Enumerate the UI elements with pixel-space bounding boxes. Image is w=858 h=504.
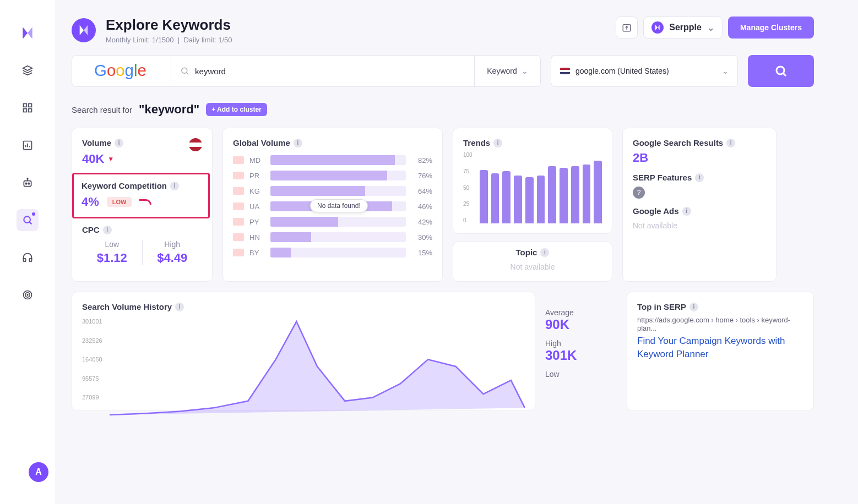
right-metrics-card: Google Search Resultsi 2B SERP Featuresi… [622, 128, 776, 282]
info-icon: i [726, 139, 735, 147]
info-icon: i [175, 303, 184, 311]
account-label: Serpple [669, 23, 702, 32]
chevron-down-icon: ⌄ [722, 67, 729, 75]
info-icon: i [493, 139, 502, 147]
result-keyword: "keyword" [139, 102, 199, 117]
global-volume-card: Global Volumei MD82%PR76%KG64%UA46%No da… [222, 128, 443, 282]
global-volume-row: KG64% [233, 186, 432, 196]
svg-line-25 [783, 73, 786, 76]
svg-rect-3 [24, 109, 27, 112]
keyword-competition-highlight: Keyword Competitioni 4% LOW [72, 173, 210, 218]
google-ads-value: Not available [633, 221, 766, 230]
trends-chart: 1007550250 [463, 152, 602, 223]
svg-rect-9 [24, 181, 31, 187]
svg-point-14 [24, 216, 30, 223]
history-stats: Average 90K High 301K Low [545, 292, 617, 411]
limits: Monthly Limit: 1/1500 | Daily limit: 1/5… [106, 36, 232, 44]
trend-bar [537, 176, 545, 223]
svg-point-22 [182, 68, 187, 73]
cpc-low-label: Low [82, 240, 142, 249]
chart-icon[interactable] [17, 134, 39, 156]
search-nav-icon[interactable] [17, 209, 39, 231]
global-volume-row: HN30% [233, 232, 432, 242]
trend-bar [514, 176, 522, 223]
serp-features-badge: ? [633, 187, 645, 199]
info-icon: i [115, 139, 123, 147]
chevron-down-icon: ⌄ [707, 23, 714, 33]
keyword-input[interactable] [195, 67, 465, 76]
topic-card: Topici Not available [453, 242, 612, 282]
region-select[interactable]: google.com (United States) ⌄ [551, 55, 738, 87]
cpc-high-value: $4.49 [143, 251, 203, 265]
search-row: Google Keyword⌄ google.com (United State… [72, 55, 814, 87]
trend-bar [491, 173, 499, 223]
svg-rect-1 [24, 104, 27, 107]
high-value: 301K [545, 348, 617, 363]
svg-marker-0 [23, 66, 32, 70]
history-chart [110, 318, 525, 422]
serp-breadcrumb: https://ads.google.com › home › tools › … [637, 316, 803, 332]
manage-clusters-button[interactable]: Manage Clusters [728, 17, 814, 39]
type-select[interactable]: Keyword⌄ [474, 56, 540, 86]
target-icon[interactable] [17, 284, 39, 306]
competition-badge: LOW [107, 197, 132, 207]
svg-point-10 [25, 183, 27, 184]
cpc-low-value: $1.12 [82, 251, 142, 265]
result-line: Search result for "keyword" + Add to clu… [72, 102, 814, 117]
page-title: Explore Keywords [106, 17, 232, 34]
svg-line-23 [186, 73, 188, 75]
sidebar [0, 0, 55, 504]
svg-rect-4 [29, 109, 32, 112]
app-logo [72, 18, 96, 42]
logo-icon [17, 22, 39, 44]
svg-rect-2 [29, 104, 32, 107]
info-icon: i [170, 182, 179, 190]
topic-value: Not available [463, 262, 602, 271]
search-box: Google Keyword⌄ [72, 55, 541, 87]
info-icon: i [294, 139, 302, 147]
volume-card: Volumei 40K▼ Keyword Competitioni 4% LOW… [72, 128, 213, 282]
gauge-icon [139, 199, 151, 205]
svg-point-13 [27, 178, 28, 179]
svg-point-18 [27, 294, 28, 295]
svg-point-11 [28, 183, 30, 184]
search-volume-history-card: Search Volume Historyi 30100123252616405… [72, 292, 535, 411]
trend-bar [583, 165, 591, 223]
global-volume-row: PR76% [233, 171, 432, 180]
trend-bar [480, 170, 488, 224]
global-volume-row: BY15% [233, 248, 432, 258]
global-volume-row: UA46%No data found! [233, 201, 432, 211]
chevron-down-icon: ⌄ [522, 67, 528, 75]
svg-text:Google: Google [94, 62, 146, 79]
info-icon: i [103, 226, 112, 234]
header: Explore Keywords Monthly Limit: 1/1500 |… [72, 17, 814, 44]
add-to-cluster-button[interactable]: + Add to cluster [206, 103, 267, 116]
top-serp-card: Top in SERPi https://ads.google.com › ho… [627, 292, 814, 411]
export-icon[interactable] [616, 17, 638, 39]
competition-value: 4% [82, 195, 99, 209]
trend-bar [594, 161, 602, 223]
main-content: Explore Keywords Monthly Limit: 1/1500 |… [55, 0, 858, 504]
serp-link[interactable]: Find Your Campaign Keywords with Keyword… [637, 335, 803, 361]
trend-bar [502, 171, 511, 223]
trend-bar [571, 166, 579, 223]
headphones-icon[interactable] [17, 246, 39, 269]
avatar[interactable]: A [29, 462, 48, 482]
info-icon: i [540, 248, 549, 257]
info-icon: i [695, 173, 704, 182]
svg-point-24 [776, 67, 784, 74]
grid-icon[interactable] [17, 97, 39, 119]
search-button[interactable] [748, 55, 814, 87]
global-volume-row: MD82% [233, 155, 432, 165]
svg-line-15 [29, 222, 31, 224]
account-dropdown[interactable]: Serpple ⌄ [643, 17, 723, 39]
volume-value: 40K▼ [82, 152, 202, 166]
bot-icon[interactable] [17, 172, 39, 194]
trend-bar [560, 168, 568, 223]
info-icon: i [689, 303, 698, 311]
layers-icon[interactable] [17, 59, 39, 81]
cpc-high-label: High [143, 240, 203, 249]
trends-card: Trendsi 1007550250 [453, 128, 612, 234]
trend-down-icon: ▼ [107, 155, 114, 163]
google-logo: Google [72, 56, 171, 86]
